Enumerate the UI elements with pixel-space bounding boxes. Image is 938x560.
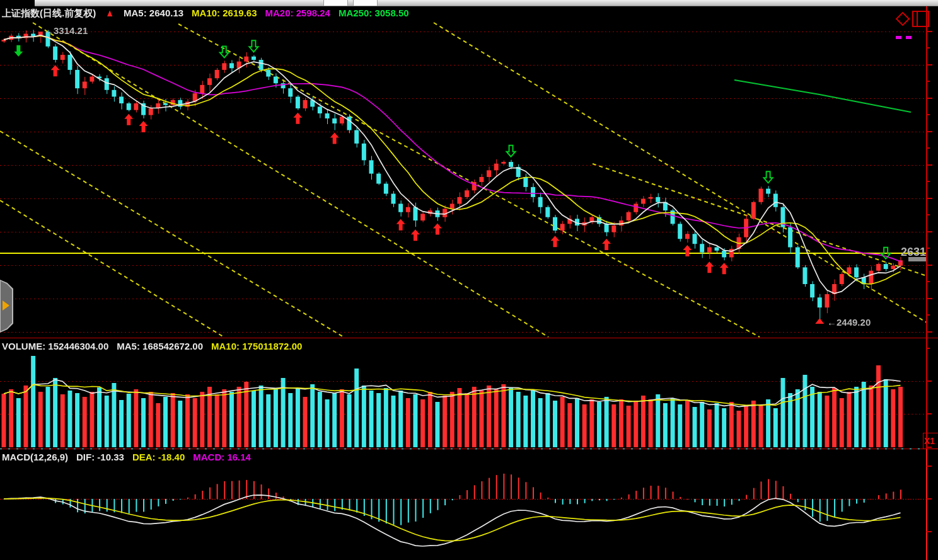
price-pane-header: 上证指数(日线.前复权) ▲ MA5: 2640.13 MA10: 2619.6… — [2, 8, 409, 20]
toolbar-tab[interactable] — [353, 0, 378, 6]
high-price-label: ←3314.21 — [44, 25, 88, 36]
trading-app-window: { "colors": { "background": "#000000", "… — [0, 0, 938, 560]
ma20-value: MA20: 2598.24 — [265, 8, 330, 20]
expand-arrow-icon — [3, 300, 9, 311]
split-window-icon[interactable] — [912, 11, 929, 27]
dif-value: DIF: -10.33 — [76, 452, 124, 462]
volume-value: VOLUME: 152446304.00 — [2, 341, 108, 351]
ma250-value: MA250: 3058.50 — [339, 8, 409, 20]
dea-value: DEA: -18.40 — [132, 452, 185, 462]
volume-ma10-value: MA10: 175011872.00 — [211, 341, 302, 351]
indicator-dash-icon — [896, 36, 901, 39]
indicator-dash-icon — [906, 36, 912, 39]
split-window-divider — [917, 12, 918, 26]
low-price-label: ←2449.20 — [827, 317, 871, 328]
symbol-title: 上证指数(日线.前复权) — [2, 8, 96, 20]
window-top-strip — [35, 0, 938, 6]
macd-value: MACD: 16.14 — [193, 452, 251, 462]
signal-up-arrow-icon: ▲ — [105, 7, 114, 21]
last-price-label: 2631 — [901, 246, 926, 259]
stock-chart-canvas[interactable] — [0, 0, 938, 560]
volume-pane-header: VOLUME: 152446304.00 MA5: 168542672.00 M… — [2, 341, 302, 351]
ma5-value: MA5: 2640.13 — [124, 8, 183, 20]
volume-ma5-value: MA5: 168542672.00 — [117, 341, 203, 351]
toolbar-tab[interactable] — [323, 0, 348, 6]
volume-scale-box[interactable]: X1 — [923, 433, 938, 449]
sidebar-flyout-handle[interactable] — [0, 280, 13, 333]
macd-pane-header: MACD(12,26,9) DIF: -10.33 DEA: -18.40 MA… — [2, 452, 251, 462]
ma10-value: MA10: 2619.63 — [192, 8, 257, 20]
macd-name: MACD(12,26,9) — [2, 452, 68, 462]
